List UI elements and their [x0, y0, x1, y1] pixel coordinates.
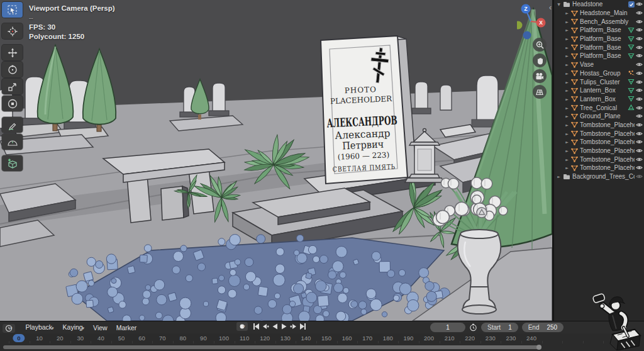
editor-type-button[interactable]: ▾ — [3, 324, 15, 333]
menu-playback[interactable]: Playback ▾ — [21, 322, 58, 334]
headstone-mesh[interactable]: PHOTO PLACEHOLDER АЛЕКСАНДРОВ Александр … — [321, 36, 416, 184]
end-frame-field[interactable]: End250 — [522, 323, 564, 332]
eye-visibility-icon[interactable] — [636, 19, 643, 25]
grid-viewport-button[interactable] — [533, 85, 547, 99]
menu-view[interactable]: View — [89, 323, 112, 333]
checkbox-checked-icon[interactable] — [628, 1, 635, 8]
eye-visibility-icon[interactable] — [636, 139, 643, 145]
outliner-row[interactable]: ►Tombstone_Placehok — [554, 147, 644, 155]
timeline-ruler[interactable]: 0102030405060708090100110120130140150160… — [0, 333, 644, 343]
select-tool-button[interactable] — [2, 2, 23, 18]
transform-tool-button[interactable] — [2, 96, 23, 111]
outliner-row[interactable]: ►Tulips_Cluster — [554, 77, 644, 86]
outliner-row[interactable]: ►Tombstone_Placehok — [554, 155, 644, 164]
menu-marker[interactable]: Marker — [112, 323, 142, 333]
jump-to-end-button[interactable] — [299, 322, 308, 331]
expand-arrow-icon[interactable]: ► — [564, 123, 570, 127]
eye-visibility-icon[interactable] — [636, 45, 643, 50]
eye-visibility-icon[interactable] — [636, 87, 643, 93]
expand-arrow-icon[interactable]: ► — [564, 131, 570, 136]
play-reverse-button[interactable] — [270, 322, 279, 331]
eye-visibility-icon[interactable] — [636, 62, 643, 67]
navigation-gizmo[interactable]: Z X — [517, 1, 548, 40]
current-frame-field[interactable]: 1 — [430, 323, 465, 332]
eye-visibility-icon[interactable] — [636, 131, 643, 136]
axis-y-negative[interactable] — [517, 21, 523, 30]
jump-to-start-button[interactable] — [252, 322, 260, 331]
outliner-row[interactable]: ►Ground_Plane — [554, 112, 644, 121]
outliner-row[interactable]: ►Platform_Base — [554, 52, 644, 60]
outliner-row[interactable]: ►Bench_Assembly — [554, 17, 644, 26]
eye-visibility-icon[interactable] — [636, 79, 643, 85]
expand-arrow-icon[interactable]: ► — [564, 165, 570, 170]
auto-keying-button[interactable]: ▾ — [236, 322, 248, 331]
tall-white-stone[interactable] — [477, 75, 498, 122]
rotate-tool-button[interactable] — [2, 62, 23, 77]
prev-keyframe-button[interactable] — [261, 322, 270, 331]
expand-arrow-icon[interactable]: ► — [564, 62, 570, 67]
outliner-row[interactable]: ►Tombstone_Placehok — [554, 129, 644, 138]
expand-arrow-icon[interactable]: ► — [564, 45, 570, 50]
timeline-scrollbar[interactable] — [3, 345, 541, 349]
expand-arrow-icon[interactable]: ► — [564, 11, 570, 15]
zoom-viewport-button[interactable] — [533, 38, 547, 52]
outliner-row[interactable]: ►Tombstone_Placehok — [554, 121, 644, 130]
outliner-row[interactable]: ►Tree_Conical — [554, 103, 644, 112]
outliner-row[interactable]: ►Vase — [554, 60, 644, 69]
pan-viewport-button[interactable] — [533, 53, 547, 67]
eye-visibility-icon[interactable] — [636, 70, 643, 76]
eye-visibility-icon[interactable] — [636, 53, 643, 58]
eye-visibility-icon[interactable] — [636, 96, 643, 102]
expand-arrow-icon[interactable]: ► — [564, 148, 570, 153]
outliner-row[interactable]: ►Tombstone_Placehok — [554, 138, 644, 147]
add-cube-tool-button[interactable] — [2, 155, 23, 171]
outliner-row[interactable]: ►Background_Trees_Cone — [554, 172, 644, 181]
move-tool-button[interactable] — [2, 45, 23, 60]
measure-tool-button[interactable] — [2, 134, 23, 150]
expand-arrow-icon[interactable]: ► — [564, 28, 570, 32]
outliner-row[interactable]: ►Platform_Base — [554, 35, 644, 43]
outliner-row[interactable]: ►Lantern_Box — [554, 95, 644, 104]
expand-arrow-icon[interactable]: ► — [564, 36, 570, 41]
scale-tool-button[interactable] — [2, 79, 23, 94]
expand-arrow-icon[interactable]: ► — [564, 157, 570, 162]
expand-arrow-icon[interactable]: ► — [556, 174, 562, 179]
eye-visibility-icon[interactable] — [636, 1, 643, 7]
outliner-row[interactable]: ►Platform_Base — [554, 43, 644, 52]
cursor-tool-button[interactable] — [2, 23, 23, 39]
outliner-row[interactable]: ►Lantern_Box — [554, 86, 644, 95]
expand-arrow-icon[interactable]: ► — [564, 106, 570, 110]
play-button[interactable] — [280, 322, 289, 331]
eye-visibility-icon[interactable] — [636, 113, 643, 119]
eye-visibility-icon[interactable] — [636, 165, 643, 170]
eye-visibility-icon[interactable] — [636, 27, 643, 33]
outliner-row[interactable]: ►Hostas_Group — [554, 69, 644, 78]
3d-viewport[interactable]: PHOTO PLACEHOLDER АЛЕКСАНДРОВ Александр … — [0, 0, 552, 321]
camera-viewport-button[interactable] — [533, 69, 547, 83]
eye-visibility-icon[interactable] — [636, 157, 643, 162]
eye-visibility-icon[interactable] — [636, 36, 643, 42]
outliner-row[interactable]: ►Headstone_Main — [554, 9, 644, 18]
expand-arrow-icon[interactable]: ► — [564, 20, 570, 24]
eye-visibility-icon[interactable] — [636, 148, 643, 153]
start-frame-field[interactable]: Start1 — [481, 323, 518, 332]
playhead-current-frame[interactable]: 0 — [13, 334, 25, 342]
outliner-row[interactable]: ►Platform_Base — [554, 26, 644, 35]
expand-arrow-icon[interactable]: ► — [564, 71, 570, 75]
expand-arrow-icon[interactable]: ► — [564, 97, 570, 101]
collapse-arrow-icon[interactable]: ▼ — [556, 2, 562, 6]
menu-keying[interactable]: Kaying ▾ — [58, 322, 89, 334]
expand-arrow-icon[interactable]: ► — [564, 53, 570, 58]
outliner-row[interactable]: ▼Headstone — [554, 0, 644, 9]
annotate-tool-button[interactable] — [2, 117, 23, 133]
outliner-row[interactable]: ►Tombstone_Placehok — [554, 164, 644, 172]
next-keyframe-button[interactable] — [289, 322, 298, 331]
axis-z-negative[interactable] — [523, 31, 531, 40]
eye-visibility-icon[interactable] — [636, 174, 643, 179]
expand-arrow-icon[interactable]: ► — [564, 140, 570, 144]
eye-visibility-icon[interactable] — [636, 10, 643, 16]
eye-visibility-icon[interactable] — [636, 122, 643, 128]
expand-arrow-icon[interactable]: ► — [564, 114, 570, 118]
panel-collapse-icon[interactable]: ‹ — [549, 4, 552, 11]
eye-visibility-icon[interactable] — [636, 105, 643, 111]
